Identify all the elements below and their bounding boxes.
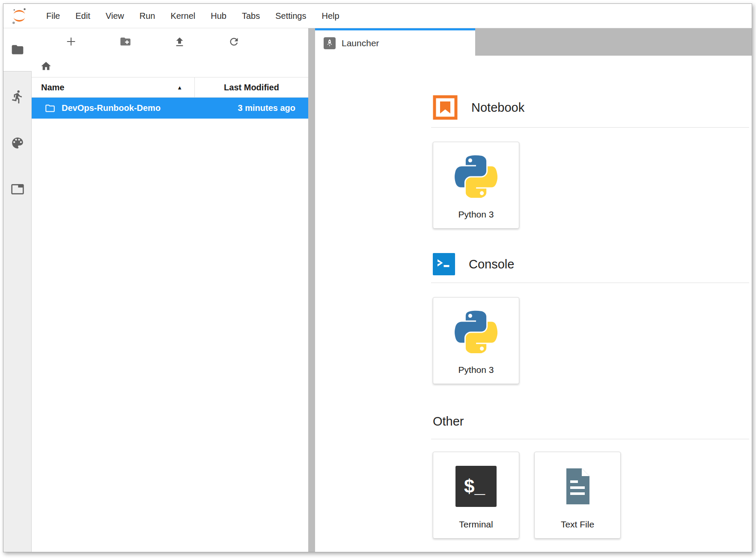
- file-browser-panel: Name ▲ Last Modified DevOps-Runbook-Demo…: [32, 28, 308, 552]
- card-label: Python 3: [458, 209, 494, 220]
- folder-icon: [11, 43, 24, 57]
- section-other-title: Other: [433, 414, 464, 429]
- section-other-header: Other: [433, 414, 749, 429]
- main-area: Name ▲ Last Modified DevOps-Runbook-Demo…: [3, 28, 752, 552]
- menu-item-file[interactable]: File: [39, 11, 68, 21]
- jupyterlab-window: File Edit View Run Kernel Hub Tabs Setti…: [3, 3, 752, 552]
- sidebar-item-tabs[interactable]: [10, 182, 25, 197]
- column-name-label: Name: [41, 83, 64, 92]
- card-text-file[interactable]: Text File: [534, 452, 621, 539]
- column-header-name[interactable]: Name ▲: [32, 77, 195, 97]
- notebook-icon: [433, 95, 458, 120]
- sidebar-item-commands[interactable]: [10, 135, 25, 151]
- launcher-panel: Launcher Notebook: [315, 28, 752, 552]
- section-notebook: Notebook Python 3: [433, 95, 749, 229]
- sort-ascending-icon: ▲: [177, 84, 182, 91]
- console-icon: [433, 253, 455, 275]
- menu-item-tabs[interactable]: Tabs: [234, 11, 268, 21]
- card-notebook-python3[interactable]: Python 3: [433, 142, 519, 229]
- menu-item-help[interactable]: Help: [314, 11, 347, 21]
- folder-outline-icon: [45, 103, 56, 114]
- menu-bar: File Edit View Run Kernel Hub Tabs Setti…: [3, 4, 752, 28]
- card-terminal[interactable]: $_ Terminal: [433, 452, 519, 539]
- upload-icon: [174, 36, 185, 48]
- menu-item-kernel[interactable]: Kernel: [163, 11, 203, 21]
- refresh-button[interactable]: [207, 28, 261, 55]
- tab-bar: Launcher: [315, 28, 752, 56]
- terminal-glyph: $_: [464, 476, 485, 497]
- card-label: Python 3: [458, 365, 494, 375]
- left-sidebar: [3, 28, 32, 552]
- card-label: Text File: [561, 519, 594, 530]
- new-folder-button[interactable]: [98, 28, 152, 55]
- section-notebook-header: Notebook: [433, 95, 749, 120]
- section-divider: [431, 439, 749, 439]
- card-console-python3[interactable]: Python 3: [433, 297, 519, 384]
- column-header-last-modified[interactable]: Last Modified: [195, 77, 308, 97]
- new-launcher-button[interactable]: [44, 28, 98, 55]
- file-name: DevOps-Runbook-Demo: [62, 103, 161, 113]
- section-console-title: Console: [469, 257, 514, 271]
- section-console: Console Python 3: [433, 253, 749, 384]
- palette-icon: [10, 136, 25, 150]
- file-row-selected[interactable]: DevOps-Runbook-Demo 3 minutes ago: [32, 98, 308, 119]
- new-launcher-plus-icon: [65, 36, 77, 48]
- breadcrumb: [32, 55, 308, 77]
- breadcrumb-home[interactable]: [40, 60, 52, 72]
- console-card-row: Python 3: [433, 297, 749, 384]
- card-label: Terminal: [459, 519, 493, 530]
- sidebar-item-filebrowser[interactable]: [3, 28, 32, 71]
- column-last-modified-label: Last Modified: [224, 83, 279, 92]
- jupyter-logo-icon: [11, 7, 27, 25]
- upload-button[interactable]: [152, 28, 207, 55]
- sidebar-item-running[interactable]: [10, 89, 25, 104]
- section-console-header: Console: [433, 253, 749, 275]
- sidebar-rail: [3, 71, 32, 552]
- text-file-icon: [557, 466, 598, 507]
- panel-splitter[interactable]: [308, 28, 315, 552]
- python-logo-icon: [455, 310, 497, 353]
- menu-item-edit[interactable]: Edit: [68, 11, 98, 21]
- menu-item-view[interactable]: View: [98, 11, 132, 21]
- new-folder-icon: [119, 36, 131, 48]
- launcher-rocket-icon: [324, 37, 336, 49]
- tabs-icon: [11, 182, 24, 196]
- file-browser-toolbar: [32, 28, 308, 55]
- other-card-row: $_ Terminal Text: [433, 452, 749, 539]
- running-icon: [10, 89, 25, 104]
- menu-item-run[interactable]: Run: [132, 11, 163, 21]
- menu-item-hub[interactable]: Hub: [203, 11, 234, 21]
- refresh-icon: [228, 36, 240, 48]
- python-logo-icon: [455, 155, 497, 198]
- tab-launcher-label: Launcher: [342, 38, 379, 48]
- launcher-body: Notebook Python 3: [315, 56, 752, 552]
- section-divider: [431, 283, 749, 283]
- notebook-card-row: Python 3: [433, 142, 749, 229]
- terminal-icon: $_: [455, 466, 497, 507]
- tab-launcher[interactable]: Launcher: [315, 28, 475, 56]
- home-icon: [40, 60, 52, 72]
- section-notebook-title: Notebook: [471, 100, 524, 115]
- section-other: Other $_ Terminal: [433, 414, 749, 539]
- file-modified: 3 minutes ago: [238, 103, 295, 113]
- file-list-header: Name ▲ Last Modified: [32, 77, 308, 98]
- section-divider: [431, 127, 749, 128]
- menu-item-settings[interactable]: Settings: [268, 11, 314, 21]
